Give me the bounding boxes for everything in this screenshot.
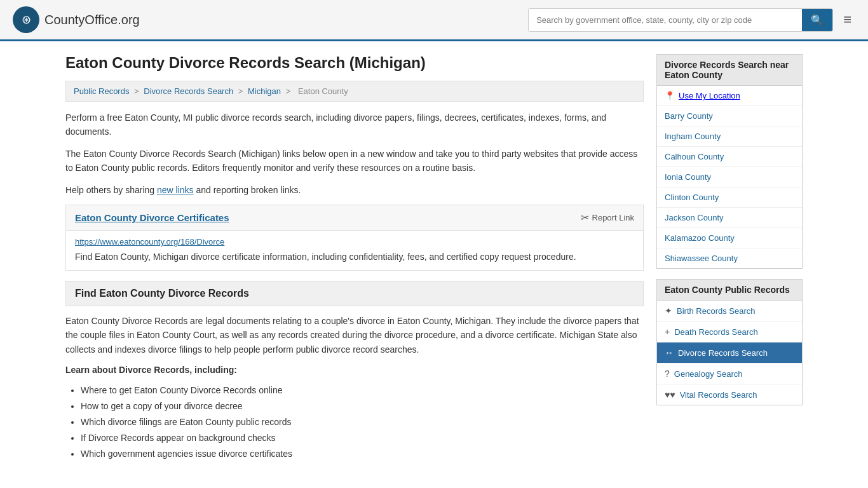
sidebar-item-birth[interactable]: ✦ Birth Records Search xyxy=(657,301,802,322)
search-bar: 🔍 xyxy=(528,8,833,32)
sidebar-item-shiawassee[interactable]: Shiawassee County xyxy=(657,248,802,268)
sidebar-item-divorce[interactable]: ↔ Divorce Records Search xyxy=(657,342,802,363)
logo-text: CountyOffice.org xyxy=(44,13,140,27)
sidebar-item-barry[interactable]: Barry County xyxy=(657,106,802,126)
kalamazoo-county-link[interactable]: Kalamazoo County xyxy=(665,233,735,243)
sidebar-nearby-list: 📍 Use My Location Barry County Ingham Co… xyxy=(656,85,803,269)
sidebar-public-records-list: ✦ Birth Records Search + Death Records S… xyxy=(656,300,803,405)
list-item: Which divorce filings are Eaton County p… xyxy=(81,414,644,430)
sidebar-nearby-title: Divorce Records Search near Eaton County xyxy=(656,54,803,85)
record-title-link[interactable]: Eaton County Divorce Certificates xyxy=(75,212,229,223)
birth-records-link[interactable]: Birth Records Search xyxy=(677,306,756,316)
death-icon: + xyxy=(665,327,670,337)
logo-icon: ⊛ xyxy=(13,6,39,33)
find-list: Where to get Eaton County Divorce Record… xyxy=(81,383,644,463)
birth-icon: ✦ xyxy=(665,306,672,316)
list-item: If Divorce Records appear on background … xyxy=(81,430,644,446)
main-container: Eaton County Divorce Records Search (Mic… xyxy=(53,41,815,482)
header-right: 🔍 ≡ xyxy=(528,8,855,32)
clinton-county-link[interactable]: Clinton County xyxy=(665,193,719,202)
sidebar-item-calhoun[interactable]: Calhoun County xyxy=(657,147,802,167)
vital-records-link[interactable]: Vital Records Search xyxy=(680,390,757,400)
sidebar-public-records-title: Eaton County Public Records xyxy=(656,279,803,300)
find-section-text: Eaton County Divorce Records are legal d… xyxy=(65,314,644,356)
sidebar-item-jackson[interactable]: Jackson County xyxy=(657,208,802,228)
sidebar-item-clinton[interactable]: Clinton County xyxy=(657,187,802,208)
scissors-icon: ✂ xyxy=(581,212,589,224)
genealogy-icon: ? xyxy=(665,369,670,379)
record-section: Eaton County Divorce Certificates ✂ Repo… xyxy=(65,205,644,271)
sidebar-item-death[interactable]: + Death Records Search xyxy=(657,322,802,342)
list-item: Where to get Eaton County Divorce Record… xyxy=(81,383,644,398)
sidebar-item-genealogy[interactable]: ? Genealogy Search xyxy=(657,363,802,384)
vital-icon: ♥♥ xyxy=(665,390,675,400)
sidebar-nearby-section: Divorce Records Search near Eaton County… xyxy=(656,54,803,269)
breadcrumb-link-michigan[interactable]: Michigan xyxy=(248,86,281,96)
new-links-link[interactable]: new links xyxy=(157,185,194,195)
breadcrumb-link-public-records[interactable]: Public Records xyxy=(74,86,129,96)
description-3: Help others by sharing new links and rep… xyxy=(65,183,644,197)
ingham-county-link[interactable]: Ingham County xyxy=(665,132,721,141)
report-link[interactable]: ✂ Report Link xyxy=(581,212,634,224)
search-input[interactable] xyxy=(529,9,802,31)
description-1: Perform a free Eaton County, MI public d… xyxy=(65,111,644,139)
record-header: Eaton County Divorce Certificates ✂ Repo… xyxy=(66,205,643,231)
divorce-records-link[interactable]: Divorce Records Search xyxy=(678,348,768,358)
list-item: How to get a copy of your divorce decree xyxy=(81,398,644,414)
record-body: https://www.eatoncounty.org/168/Divorce … xyxy=(66,231,643,270)
content-area: Eaton County Divorce Records Search (Mic… xyxy=(65,54,644,470)
ionia-county-link[interactable]: Ionia County xyxy=(665,172,711,182)
find-section-header: Find Eaton County Divorce Records xyxy=(65,281,644,306)
sidebar: Divorce Records Search near Eaton County… xyxy=(656,54,803,470)
find-section-title: Find Eaton County Divorce Records xyxy=(75,288,634,299)
jackson-county-link[interactable]: Jackson County xyxy=(665,213,724,222)
sidebar-item-vital[interactable]: ♥♥ Vital Records Search xyxy=(657,384,802,405)
breadcrumb-current: Eaton County xyxy=(298,86,348,96)
find-section-body: Eaton County Divorce Records are legal d… xyxy=(65,314,644,470)
breadcrumb-link-divorce-records-search[interactable]: Divorce Records Search xyxy=(144,86,233,96)
use-location-link[interactable]: Use My Location xyxy=(679,91,740,100)
breadcrumb: Public Records > Divorce Records Search … xyxy=(65,81,644,102)
genealogy-link[interactable]: Genealogy Search xyxy=(674,369,743,379)
logo-area: ⊛ CountyOffice.org xyxy=(13,6,140,33)
sidebar-item-kalamazoo[interactable]: Kalamazoo County xyxy=(657,228,802,248)
calhoun-county-link[interactable]: Calhoun County xyxy=(665,152,724,161)
sidebar-item-ingham[interactable]: Ingham County xyxy=(657,126,802,147)
divorce-icon: ↔ xyxy=(665,348,674,358)
record-url-link[interactable]: https://www.eatoncounty.org/168/Divorce xyxy=(75,237,634,247)
location-pin-icon: 📍 xyxy=(665,91,675,100)
search-button[interactable]: 🔍 xyxy=(802,9,832,31)
death-records-link[interactable]: Death Records Search xyxy=(674,327,758,337)
site-header: ⊛ CountyOffice.org 🔍 ≡ xyxy=(0,0,868,41)
learn-title: Learn about Divorce Records, including: xyxy=(65,363,644,377)
sidebar-public-records-section: Eaton County Public Records ✦ Birth Reco… xyxy=(656,279,803,405)
shiawassee-county-link[interactable]: Shiawassee County xyxy=(665,254,738,263)
page-title: Eaton County Divorce Records Search (Mic… xyxy=(65,54,644,72)
sidebar-item-ionia[interactable]: Ionia County xyxy=(657,167,802,187)
list-item: Which government agencies issue divorce … xyxy=(81,446,644,462)
barry-county-link[interactable]: Barry County xyxy=(665,111,713,121)
record-description: Find Eaton County, Michigan divorce cert… xyxy=(75,250,634,264)
description-2: The Eaton County Divorce Records Search … xyxy=(65,147,644,175)
use-location-item[interactable]: 📍 Use My Location xyxy=(657,86,802,106)
menu-icon[interactable]: ≡ xyxy=(839,8,855,32)
